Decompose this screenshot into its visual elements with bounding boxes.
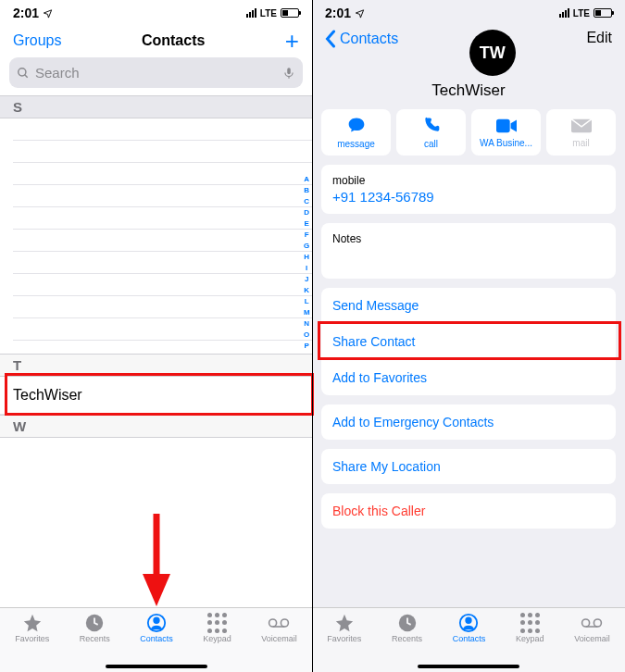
status-bar: 2:01 LTE bbox=[0, 0, 312, 24]
index-F[interactable]: F bbox=[303, 230, 310, 241]
section-header-s: S bbox=[0, 95, 312, 118]
send-message-option[interactable]: Send Message bbox=[321, 288, 616, 324]
back-button[interactable]: Contacts bbox=[325, 30, 398, 48]
index-I[interactable]: I bbox=[303, 263, 310, 274]
svg-point-9 bbox=[281, 619, 289, 627]
network-label: LTE bbox=[260, 8, 277, 19]
video-icon bbox=[496, 118, 517, 136]
phone-value: +91 1234-56789 bbox=[332, 189, 605, 205]
svg-line-1 bbox=[25, 74, 28, 77]
keypad-icon bbox=[206, 613, 228, 633]
tab-favorites[interactable]: Favorites bbox=[15, 613, 49, 672]
tab-contacts[interactable]: Contacts bbox=[140, 613, 173, 672]
location-icon bbox=[355, 8, 365, 19]
svg-point-16 bbox=[582, 619, 590, 627]
tab-voicemail[interactable]: Voicemail bbox=[261, 613, 297, 672]
phone-icon bbox=[422, 116, 441, 137]
index-K[interactable]: K bbox=[303, 285, 310, 296]
status-time: 2:01 bbox=[13, 6, 39, 20]
contact-icon bbox=[457, 613, 480, 633]
index-B[interactable]: B bbox=[303, 185, 310, 196]
tab-contacts[interactable]: Contacts bbox=[453, 613, 486, 672]
section-header-t: T bbox=[0, 354, 312, 377]
tab-voicemail[interactable]: Voicemail bbox=[574, 613, 610, 672]
clock-icon bbox=[83, 613, 106, 633]
chevron-left-icon bbox=[325, 30, 337, 48]
search-placeholder: Search bbox=[35, 65, 80, 81]
search-icon bbox=[17, 67, 30, 80]
emergency-contacts-option[interactable]: Add to Emergency Contacts bbox=[321, 404, 616, 440]
dictate-icon[interactable] bbox=[282, 66, 295, 81]
network-label: LTE bbox=[573, 8, 590, 19]
index-H[interactable]: H bbox=[303, 252, 310, 263]
nav-title: Contacts bbox=[142, 32, 205, 49]
index-Q[interactable]: Q bbox=[303, 352, 310, 354]
action-buttons: message call WA Busine... mail bbox=[312, 109, 625, 165]
contact-icon bbox=[145, 613, 168, 633]
search-field[interactable]: Search bbox=[9, 57, 303, 88]
groups-button[interactable]: Groups bbox=[13, 32, 61, 49]
tab-recents[interactable]: Recents bbox=[80, 613, 110, 672]
home-indicator[interactable] bbox=[106, 665, 207, 668]
svg-point-8 bbox=[269, 619, 277, 627]
home-indicator[interactable] bbox=[418, 665, 519, 668]
voicemail-icon bbox=[581, 613, 603, 633]
call-button[interactable]: call bbox=[396, 109, 466, 156]
edit-button[interactable]: Edit bbox=[586, 30, 612, 46]
options-group-2: Add to Emergency Contacts bbox=[321, 404, 616, 440]
tab-keypad[interactable]: Keypad bbox=[203, 613, 231, 672]
index-L[interactable]: L bbox=[303, 296, 310, 307]
message-icon bbox=[346, 116, 367, 137]
index-O[interactable]: O bbox=[303, 330, 310, 341]
signal-icon bbox=[559, 8, 569, 18]
svg-rect-2 bbox=[287, 68, 291, 74]
index-M[interactable]: M bbox=[303, 307, 310, 318]
nav-bar: Groups Contacts + bbox=[0, 24, 312, 57]
add-favorites-option[interactable]: Add to Favorites bbox=[321, 360, 616, 395]
phone-card[interactable]: mobile +91 1234-56789 bbox=[321, 165, 616, 214]
svg-point-17 bbox=[594, 619, 602, 627]
contact-detail-screen: 2:01 LTE Contacts TW Edit TechWiser bbox=[312, 0, 625, 672]
tab-bar: Favorites Recents Contacts Keypad bbox=[312, 607, 625, 672]
notes-card[interactable]: Notes bbox=[321, 223, 616, 279]
share-location-option[interactable]: Share My Location bbox=[321, 449, 616, 484]
index-C[interactable]: C bbox=[303, 196, 310, 207]
block-caller-option[interactable]: Block this Caller bbox=[321, 493, 616, 529]
contacts-list[interactable]: ABCDEFGHIJKLMNOPQRSTUVWXYZ# bbox=[0, 118, 312, 354]
status-time: 2:01 bbox=[325, 6, 351, 20]
index-D[interactable]: D bbox=[303, 207, 310, 218]
clock-icon bbox=[396, 613, 419, 633]
svg-rect-11 bbox=[496, 118, 510, 132]
mail-icon bbox=[571, 118, 592, 136]
tab-favorites[interactable]: Favorites bbox=[327, 613, 361, 672]
whatsapp-button[interactable]: WA Busine... bbox=[471, 109, 541, 156]
section-header-w: W bbox=[0, 415, 312, 438]
index-G[interactable]: G bbox=[303, 241, 310, 252]
tab-recents[interactable]: Recents bbox=[392, 613, 422, 672]
svg-point-0 bbox=[19, 68, 26, 75]
contact-avatar[interactable]: TW bbox=[469, 30, 516, 76]
options-group-4: Block this Caller bbox=[321, 493, 616, 529]
index-P[interactable]: P bbox=[303, 341, 310, 352]
star-icon bbox=[21, 613, 44, 633]
index-A[interactable]: A bbox=[303, 174, 310, 185]
message-button[interactable]: message bbox=[321, 109, 391, 156]
contacts-list-screen: 2:01 LTE Groups Contacts + Search S ABC bbox=[0, 0, 312, 672]
keypad-icon bbox=[519, 613, 541, 633]
arrow-annotation bbox=[141, 514, 172, 606]
alpha-index[interactable]: ABCDEFGHIJKLMNOPQRSTUVWXYZ# bbox=[303, 174, 310, 354]
index-E[interactable]: E bbox=[303, 218, 310, 230]
signal-icon bbox=[246, 8, 256, 18]
index-N[interactable]: N bbox=[303, 318, 310, 330]
add-contact-button[interactable]: + bbox=[285, 31, 299, 50]
battery-icon bbox=[594, 8, 612, 18]
index-J[interactable]: J bbox=[303, 274, 310, 285]
mail-button: mail bbox=[546, 109, 616, 156]
svg-marker-4 bbox=[143, 574, 170, 606]
svg-point-15 bbox=[467, 618, 472, 624]
share-contact-option[interactable]: Share Contact bbox=[321, 324, 616, 360]
star-icon bbox=[333, 613, 356, 633]
voicemail-icon bbox=[268, 613, 290, 633]
tab-keypad[interactable]: Keypad bbox=[516, 613, 544, 672]
contact-row-techwiser[interactable]: TechWiser bbox=[0, 377, 312, 415]
